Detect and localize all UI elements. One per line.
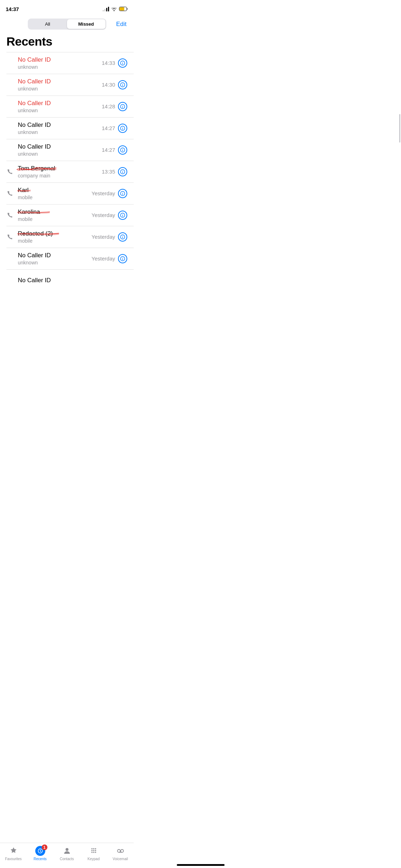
call-time: Yesterday [92, 255, 115, 262]
call-info: Karolina mobile [18, 208, 92, 222]
call-time: 14:30 [102, 82, 115, 88]
info-button[interactable]: i [118, 167, 127, 176]
call-time-area: 14:28 i [102, 102, 127, 111]
call-time: Yesterday [92, 234, 115, 240]
call-time: Yesterday [92, 190, 115, 196]
call-icon [6, 168, 14, 176]
call-time-area: 14:27 i [102, 145, 127, 155]
caller-name: Redacted (2) [18, 230, 53, 237]
caller-sub: unknown [18, 151, 102, 157]
caller-name: Tom Bergenal [18, 165, 55, 172]
call-icon [6, 211, 14, 219]
call-row: No Caller ID unknown 14:33 i [0, 52, 134, 74]
no-icon-placeholder [6, 59, 14, 67]
status-bar: 14:37 [0, 0, 134, 16]
svg-rect-1 [127, 8, 128, 10]
no-icon-placeholder [6, 103, 14, 110]
info-button[interactable]: i [118, 102, 127, 111]
caller-name: No Caller ID [18, 122, 102, 129]
info-button[interactable]: i [118, 145, 127, 155]
call-time: 13:35 [102, 169, 115, 175]
info-button[interactable]: i [118, 211, 127, 220]
call-info: No Caller ID unknown [18, 100, 102, 113]
battery-icon [119, 7, 128, 11]
svg-text:i: i [122, 170, 123, 174]
missed-tab[interactable]: Missed [67, 19, 106, 29]
call-row: No Caller ID unknown Yesterday i [0, 248, 134, 269]
all-tab[interactable]: All [29, 19, 67, 29]
caller-sub: mobile [18, 238, 92, 244]
call-row: No Caller ID unknown 14:30 i [0, 74, 134, 95]
info-button[interactable]: i [118, 232, 127, 242]
call-info: Tom Bergenal company main [18, 165, 102, 178]
caller-name: Karolina [18, 208, 40, 215]
info-button[interactable]: i [118, 254, 127, 263]
call-time-area: 14:27 i [102, 124, 127, 133]
svg-text:i: i [122, 62, 123, 65]
info-button[interactable]: i [118, 124, 127, 133]
status-time: 14:37 [6, 6, 19, 12]
svg-text:i: i [122, 105, 123, 109]
caller-sub: unknown [18, 86, 102, 92]
no-icon-placeholder [6, 277, 14, 284]
wifi-icon [111, 7, 117, 11]
call-list: No Caller ID unknown 14:33 i No Caller I… [0, 52, 134, 323]
call-time-area: 14:33 i [102, 58, 127, 68]
call-row: Redacted (2) mobile Yesterday i [0, 226, 134, 248]
svg-text:i: i [122, 127, 123, 130]
call-info: No Caller ID unknown [18, 143, 102, 156]
signal-icon [103, 7, 109, 11]
caller-sub: unknown [18, 260, 92, 265]
status-icons [103, 7, 128, 11]
segmented-control: All Missed [28, 19, 106, 30]
info-button[interactable]: i [118, 189, 127, 198]
call-info: No Caller ID unknown [18, 56, 102, 69]
call-info: No Caller ID [18, 277, 127, 284]
caller-name: Karl [18, 187, 29, 193]
caller-sub: mobile [18, 195, 92, 200]
svg-text:i: i [122, 83, 123, 87]
call-info: No Caller ID unknown [18, 122, 102, 135]
call-time-area: Yesterday i [92, 254, 127, 263]
call-row: Tom Bergenal company main 13:35 i [0, 161, 134, 182]
call-row: No Caller ID unknown 14:27 i [0, 118, 134, 139]
segmented-control-wrap: All Missed Edit [0, 16, 134, 32]
caller-name: No Caller ID [18, 252, 92, 259]
call-time-area: 14:30 i [102, 80, 127, 89]
call-time: 14:27 [102, 147, 115, 153]
call-time: 14:33 [102, 60, 115, 66]
call-row: No Caller ID unknown 14:28 i [0, 96, 134, 117]
edit-button[interactable]: Edit [116, 21, 127, 28]
info-button[interactable]: i [118, 80, 127, 89]
caller-sub: company main [18, 173, 102, 179]
call-info: Karl mobile [18, 187, 92, 200]
no-icon-placeholder [6, 81, 14, 89]
call-info: No Caller ID unknown [18, 78, 102, 91]
no-icon-placeholder [6, 124, 14, 132]
call-time: Yesterday [92, 212, 115, 218]
call-row: No Caller ID unknown 14:27 i [0, 139, 134, 161]
call-info: Redacted (2) mobile [18, 230, 92, 243]
call-info: No Caller ID unknown [18, 252, 92, 265]
svg-text:i: i [122, 257, 123, 261]
call-time-area: Yesterday i [92, 189, 127, 198]
svg-text:i: i [122, 214, 123, 217]
svg-text:i: i [122, 149, 123, 152]
page-title: Recents [0, 32, 134, 52]
caller-sub: unknown [18, 108, 102, 113]
caller-name: No Caller ID [18, 100, 102, 107]
caller-sub: unknown [18, 64, 102, 70]
info-button[interactable]: i [118, 58, 127, 68]
call-row: No Caller ID [0, 270, 134, 291]
call-time: 14:28 [102, 103, 115, 109]
svg-rect-2 [120, 7, 124, 11]
call-row: Karolina mobile Yesterday i [0, 205, 134, 226]
caller-name: No Caller ID [18, 56, 102, 63]
caller-sub: mobile [18, 216, 92, 222]
call-row: Karl mobile Yesterday i [0, 183, 134, 204]
svg-text:i: i [122, 236, 123, 239]
call-icon [6, 190, 14, 197]
svg-text:i: i [122, 192, 123, 196]
call-time-area: Yesterday i [92, 211, 127, 220]
caller-name: No Caller ID [18, 143, 102, 150]
